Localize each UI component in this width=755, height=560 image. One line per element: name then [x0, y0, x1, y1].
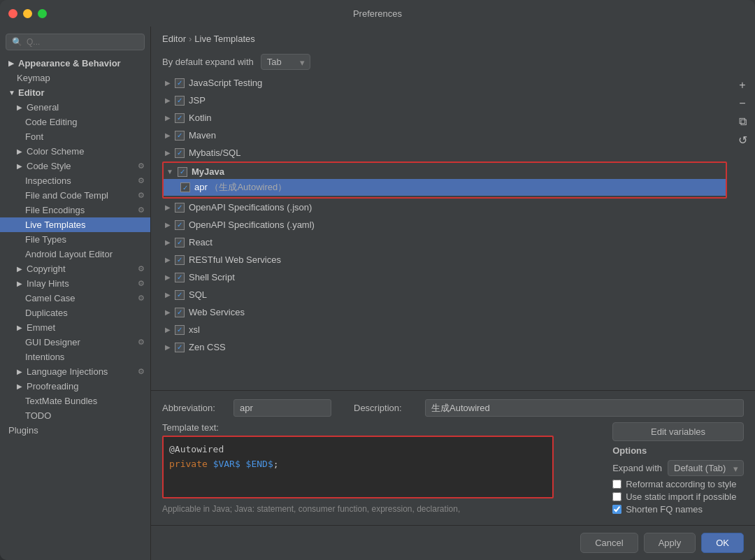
checkbox-icon[interactable] [175, 255, 185, 265]
group-js-testing-header[interactable]: ▶ JavaScript Testing [162, 76, 755, 90]
template-item-apr[interactable]: apr （生成Autowired） [164, 179, 726, 196]
search-input[interactable] [27, 37, 138, 47]
sidebar-item-file-types[interactable]: File Types [0, 232, 150, 247]
checkbox-icon[interactable] [175, 96, 185, 106]
sidebar-item-language-injections[interactable]: ▶ Language Injections ⚙ [0, 364, 150, 379]
minimize-button[interactable] [23, 9, 32, 18]
sidebar-item-camel-case[interactable]: Camel Case ⚙ [0, 291, 150, 306]
code-var: $VAR$ $END$ [213, 459, 273, 469]
traffic-lights [8, 9, 47, 18]
sidebar-item-android-layout[interactable]: Android Layout Editor [0, 247, 150, 261]
checkbox-icon[interactable] [175, 148, 185, 158]
template-text-editor[interactable]: @Autowired private $VAR$ $END$; [162, 436, 554, 498]
checkbox-icon[interactable] [175, 273, 185, 282]
checkbox-icon[interactable] [175, 203, 185, 213]
sidebar-item-code-editing[interactable]: Code Editing [0, 115, 150, 129]
group-zen-css-header[interactable]: ▶ Zen CSS [162, 340, 755, 354]
sidebar-item-file-encodings[interactable]: File Encodings ⚙ [0, 203, 150, 217]
sidebar-item-proofreading[interactable]: ▶ Proofreading [0, 379, 150, 394]
sidebar-item-todo[interactable]: TODO [0, 408, 150, 423]
checkbox-icon[interactable] [175, 78, 185, 88]
arrow-icon: ▶ [165, 131, 171, 139]
remove-template-button[interactable]: − [733, 95, 752, 112]
sidebar-item-gui-designer[interactable]: GUI Designer ⚙ [0, 335, 150, 350]
checkbox-icon[interactable] [180, 182, 190, 192]
checkbox-icon[interactable] [178, 167, 187, 177]
sidebar-item-code-style[interactable]: ▶ Code Style ⚙ [0, 159, 150, 173]
checkbox-icon[interactable] [175, 131, 185, 141]
restore-template-button[interactable]: ↺ [733, 131, 752, 148]
template-text-label: Template text: [162, 422, 554, 433]
gear-icon: ⚙ [138, 279, 145, 288]
description-input[interactable] [425, 399, 744, 417]
code-line-1: @Autowired [169, 443, 547, 457]
shorten-fq-checkbox[interactable] [612, 505, 621, 514]
group-xsl-header[interactable]: ▶ xsl [162, 322, 755, 337]
edit-variables-button[interactable]: Edit variables [612, 422, 744, 441]
ok-button[interactable]: OK [701, 533, 744, 553]
group-sql-header[interactable]: ▶ SQL [162, 287, 755, 302]
group-openapi-json-header[interactable]: ▶ OpenAPI Specifications (.json) [162, 200, 755, 215]
group-mybatis-header[interactable]: ▶ Mybatis/SQL [162, 145, 755, 160]
sidebar-item-duplicates[interactable]: Duplicates [0, 306, 150, 320]
arrow-icon: ▶ [17, 265, 24, 273]
group-mybatis: ▶ Mybatis/SQL [162, 144, 755, 161]
sidebar-item-live-templates[interactable]: Live Templates [0, 217, 150, 232]
checkbox-icon[interactable] [175, 220, 185, 230]
group-openapi-yaml-header[interactable]: ▶ OpenAPI Specifications (.yaml) [162, 217, 755, 232]
group-react-header[interactable]: ▶ React [162, 235, 755, 250]
arrow-icon: ▶ [17, 368, 24, 375]
group-shell-header[interactable]: ▶ Shell Script [162, 270, 755, 285]
checkbox-icon[interactable] [175, 325, 185, 335]
apply-button[interactable]: Apply [644, 533, 696, 553]
checkbox-icon[interactable] [175, 308, 185, 317]
sidebar-item-intentions[interactable]: Intentions [0, 350, 150, 364]
expand-with-label: Expand with [612, 463, 662, 473]
copy-template-button[interactable]: ⧉ [733, 113, 752, 130]
group-kotlin-header[interactable]: ▶ Kotlin [162, 110, 755, 125]
sidebar-item-general[interactable]: ▶ General [0, 100, 150, 115]
sidebar-item-label: Inspections [25, 175, 71, 186]
static-import-checkbox[interactable] [612, 492, 621, 501]
sidebar-item-inspections[interactable]: Inspections ⚙ [0, 173, 150, 188]
sidebar-item-copyright[interactable]: ▶ Copyright ⚙ [0, 261, 150, 276]
sidebar-item-label: Proofreading [27, 381, 78, 392]
expand-with-select[interactable]: Default (Tab) Tab Enter Space [668, 460, 744, 476]
expand-select[interactable]: Tab Enter Space [261, 54, 310, 70]
sidebar-item-font[interactable]: Font [0, 129, 150, 144]
search-icon: 🔍 [12, 37, 22, 47]
group-web-services-header[interactable]: ▶ Web Services [162, 305, 755, 320]
group-restful-header[interactable]: ▶ RESTful Web Services [162, 252, 755, 267]
sidebar-item-plugins[interactable]: Plugins [0, 423, 150, 438]
sidebar-item-editor[interactable]: ▼ Editor [0, 85, 150, 100]
arrow-icon: ▶ [17, 148, 24, 155]
static-import-checkbox-row: Use static import if possible [612, 491, 744, 502]
reformat-checkbox[interactable] [612, 480, 621, 489]
group-myjava-header[interactable]: ▼ MyJava [164, 164, 726, 179]
abbreviation-label: Abbreviation: [162, 403, 225, 413]
sidebar-item-emmet[interactable]: ▶ Emmet [0, 320, 150, 335]
sidebar-item-inlay-hints[interactable]: ▶ Inlay Hints ⚙ [0, 276, 150, 291]
abbreviation-input[interactable] [233, 399, 331, 417]
sidebar-item-keymap[interactable]: Keymap [0, 71, 150, 85]
code-semicolon: ; [273, 459, 279, 469]
code-line-2: private $VAR$ $END$; [169, 457, 547, 472]
checkbox-icon[interactable] [175, 290, 185, 300]
checkbox-icon[interactable] [175, 238, 185, 247]
sidebar-item-appearance[interactable]: ▶ Appearance & Behavior [0, 56, 150, 71]
close-button[interactable] [8, 9, 17, 18]
cancel-button[interactable]: Cancel [580, 533, 638, 553]
search-box[interactable]: 🔍 [6, 34, 145, 50]
group-maven-header[interactable]: ▶ Maven [162, 128, 755, 143]
sidebar-item-textmate[interactable]: TextMate Bundles [0, 394, 150, 408]
group-jsp-header[interactable]: ▶ JSP [162, 93, 755, 108]
arrow-icon: ▶ [165, 221, 171, 229]
sidebar-item-label: Appearance & Behavior [18, 58, 121, 69]
add-template-button[interactable]: + [733, 77, 752, 94]
sidebar-item-file-code-templ[interactable]: File and Code Templ ⚙ [0, 188, 150, 203]
sidebar-item-color-scheme[interactable]: ▶ Color Scheme [0, 144, 150, 159]
detail-right: Edit variables Options Expand with Defau… [612, 422, 744, 517]
checkbox-icon[interactable] [175, 113, 185, 123]
checkbox-icon[interactable] [175, 343, 185, 352]
maximize-button[interactable] [38, 9, 47, 18]
